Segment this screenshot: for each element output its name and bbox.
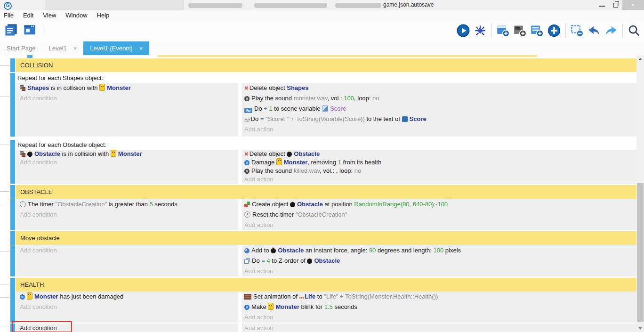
tab-start-page[interactable]: Start Page bbox=[0, 41, 42, 55]
search-icon[interactable] bbox=[627, 23, 641, 38]
event-selection-bar[interactable] bbox=[10, 140, 15, 184]
text-segment: seconds bbox=[333, 303, 357, 310]
add-action-placeholder[interactable]: Add action bbox=[242, 124, 636, 135]
actions-column[interactable]: ×Delete object ObstacleDamage Monster, r… bbox=[242, 150, 636, 184]
add-event-button[interactable] bbox=[496, 23, 510, 38]
conditions-column[interactable]: Shapes is in collision with MonsterAdd c… bbox=[16, 83, 238, 137]
conditions-column[interactable]: Add condition bbox=[16, 245, 238, 276]
debug-button[interactable] bbox=[473, 23, 487, 38]
monster-icon bbox=[111, 150, 116, 157]
group-header-obstacle[interactable]: OBSTACLE bbox=[16, 185, 636, 199]
add-condition-label: Add condition bbox=[20, 211, 57, 218]
bomb-icon bbox=[27, 151, 32, 157]
text-segment: 1 bbox=[338, 159, 341, 166]
redo-button[interactable] bbox=[604, 23, 618, 38]
restore-button[interactable] bbox=[613, 3, 618, 8]
events-editor-icon[interactable] bbox=[4, 23, 18, 38]
action-row[interactable]: txtDo = "Score: " + ToString(Variable(Sc… bbox=[242, 114, 636, 124]
conditions-column[interactable]: Monster has just been damagedAdd conditi… bbox=[16, 292, 238, 323]
add-subevent-button[interactable] bbox=[530, 23, 544, 38]
action-row[interactable]: Make Monster blink for 1.5 seconds bbox=[242, 302, 636, 312]
text-segment: to Z-order of bbox=[270, 257, 307, 264]
actions-column[interactable]: Add action bbox=[242, 324, 636, 332]
condition-row[interactable]: Shapes is in collision with Monster bbox=[16, 83, 238, 93]
event-body: Add conditionAdd action bbox=[16, 324, 636, 332]
actions-column[interactable]: ×Delete object ShapesPlay the sound mons… bbox=[242, 83, 636, 137]
repeat-header[interactable]: Repeat for each Obstacle object: bbox=[16, 140, 636, 150]
group-header-move-obstacle[interactable]: Move obstacle bbox=[16, 231, 636, 245]
group-header-collision[interactable]: COLLISION bbox=[16, 58, 636, 72]
monster-icon bbox=[99, 84, 105, 91]
close-button[interactable]: × bbox=[622, 0, 644, 10]
scene-editor-icon[interactable] bbox=[23, 23, 37, 38]
scroll-up-icon[interactable] bbox=[636, 55, 644, 63]
action-row[interactable]: VarDo + 1 to scene variable Score bbox=[242, 104, 636, 114]
event-selection-bar[interactable] bbox=[10, 73, 15, 137]
actions-column[interactable]: Add to Obstacle an instant force, angle:… bbox=[242, 245, 636, 276]
menu-item-edit[interactable]: Edit bbox=[18, 12, 38, 19]
event-selection-bar[interactable] bbox=[10, 245, 15, 276]
add-action-placeholder[interactable]: Add action bbox=[242, 266, 636, 276]
action-row[interactable]: Create object Obstacle at position Rando… bbox=[242, 199, 636, 210]
repeat-header[interactable]: Repeat for each Shapes object: bbox=[16, 73, 636, 83]
add-condition-placeholder[interactable]: Add condition bbox=[16, 158, 238, 167]
play-button[interactable] bbox=[456, 23, 470, 38]
tab-level1[interactable]: Level1× bbox=[42, 41, 83, 55]
scrollbar-thumb[interactable] bbox=[637, 183, 644, 322]
conditions-column[interactable]: The timer "ObstacleCreation" is greater … bbox=[16, 199, 238, 230]
text-segment: seconds bbox=[153, 201, 177, 208]
tab-close-icon[interactable]: × bbox=[73, 45, 77, 52]
menu-item-window[interactable]: Window bbox=[61, 12, 92, 19]
condition-row[interactable]: The timer "ObstacleCreation" is greater … bbox=[16, 199, 238, 210]
tab-close-icon[interactable]: × bbox=[139, 45, 143, 52]
add-condition-placeholder[interactable]: Add condition bbox=[16, 302, 238, 312]
action-row[interactable]: Play the sound killed.wav, vol.: , loop:… bbox=[242, 167, 636, 175]
condition-row[interactable]: Obstacle is in collision with Monster bbox=[16, 150, 238, 158]
add-new-button[interactable] bbox=[547, 23, 561, 38]
group-header-health[interactable]: HEALTH bbox=[16, 278, 636, 292]
condition-row[interactable]: Monster has just been damaged bbox=[16, 292, 238, 302]
event-selection-bar[interactable] bbox=[10, 199, 15, 230]
event-selection-bar[interactable] bbox=[10, 185, 15, 199]
action-row[interactable]: Play the sound monster.wav, vol.: 100, l… bbox=[242, 93, 636, 104]
event-selection-bar[interactable] bbox=[10, 231, 15, 245]
undo-button[interactable] bbox=[587, 23, 601, 38]
action-row[interactable]: Damage Monster, removing 1 from its heal… bbox=[242, 158, 636, 167]
add-condition-placeholder[interactable]: Add condition bbox=[16, 245, 238, 256]
delete-icon: × bbox=[244, 151, 249, 157]
action-row[interactable]: Reset the timer "ObstacleCreation" bbox=[242, 210, 636, 220]
action-row[interactable]: Set animation of •••Life to "Life" + ToS… bbox=[242, 292, 636, 302]
toolbar-separator bbox=[622, 24, 623, 38]
action-row[interactable]: Add to Obstacle an instant force, angle:… bbox=[242, 245, 636, 256]
text-segment: Make bbox=[251, 303, 268, 310]
event-selection-bar[interactable] bbox=[10, 58, 15, 72]
menu-item-view[interactable]: View bbox=[38, 12, 61, 19]
add-action-placeholder[interactable]: Add action bbox=[242, 175, 636, 184]
toolbar-separator bbox=[43, 23, 43, 37]
minimize-button[interactable] bbox=[599, 6, 605, 7]
vertical-scrollbar[interactable] bbox=[636, 55, 644, 332]
text-segment: , removing bbox=[307, 159, 338, 166]
gdevelop-window: G game.json.autosave × FileEditViewWindo… bbox=[0, 0, 644, 332]
action-row[interactable]: Do = 4 to Z-order of Obstacle bbox=[242, 256, 636, 266]
event-selection-bar[interactable] bbox=[10, 278, 15, 292]
add-condition-placeholder[interactable]: Add condition bbox=[16, 93, 238, 104]
menu-item-file[interactable]: File bbox=[0, 12, 18, 19]
add-action-placeholder[interactable]: Add action bbox=[242, 220, 636, 230]
add-action-placeholder[interactable]: Add action bbox=[242, 324, 636, 332]
actions-column[interactable]: Set animation of •••Life to "Life" + ToS… bbox=[242, 292, 636, 323]
event-selection-bar[interactable] bbox=[10, 292, 15, 323]
deselect-button[interactable] bbox=[570, 23, 584, 38]
text-segment: no bbox=[372, 95, 379, 102]
menu-item-help[interactable]: Help bbox=[92, 12, 114, 19]
action-row[interactable]: ×Delete object Obstacle bbox=[242, 150, 636, 158]
conditions-column[interactable]: Obstacle is in collision with MonsterAdd… bbox=[16, 150, 238, 184]
actions-column[interactable]: Create object Obstacle at position Rando… bbox=[242, 199, 636, 230]
action-row[interactable]: ×Delete object Shapes bbox=[242, 83, 636, 93]
add-condition-placeholder[interactable]: Add condition bbox=[16, 210, 238, 220]
add-comment-button[interactable] bbox=[513, 23, 527, 38]
add-action-placeholder[interactable]: Add action bbox=[242, 312, 636, 323]
tab-level1-events[interactable]: Level1 (Events)× bbox=[83, 41, 149, 55]
text-segment: pixels bbox=[443, 247, 461, 254]
scroll-down-icon[interactable] bbox=[636, 324, 644, 332]
